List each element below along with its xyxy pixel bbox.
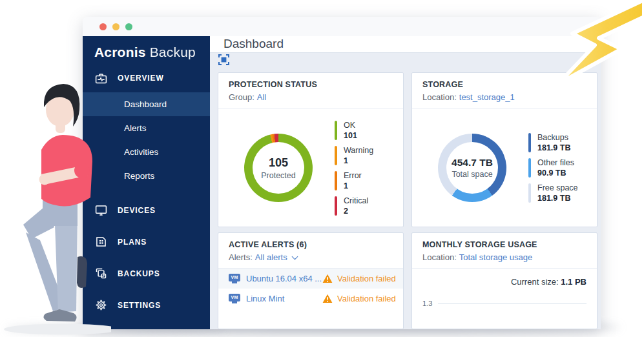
sidebar-item-label: PLANS <box>118 238 147 247</box>
filter-label: Location: <box>422 252 457 262</box>
legend-item-backups: Backups 181.9 TB <box>528 133 578 152</box>
sidebar-item-label: Alerts <box>124 123 147 133</box>
storage-donut-chart: 454.7 TB Total space <box>438 134 506 202</box>
group-filter-link[interactable]: All <box>257 92 266 102</box>
close-window-button[interactable] <box>99 23 107 30</box>
protection-legend: OK 101 Warning 1 <box>335 121 373 216</box>
logo-brand: Acronis <box>94 45 146 59</box>
sidebar-item-plans[interactable]: PLANS <box>83 226 210 258</box>
sidebar-item-dashboard[interactable]: Dashboard <box>83 92 210 116</box>
alert-machine-link[interactable]: Linux Mint <box>246 294 322 303</box>
storage-card: STORAGE Location: test_storage_1 454.7 T… <box>411 72 597 227</box>
browser-window: Acronis Backup OVERVIEW Dashboard Alerts <box>83 17 601 329</box>
vm-machine-icon: VM <box>229 294 240 304</box>
filter-label: Location: <box>422 92 457 102</box>
first-aid-kit-icon <box>94 72 108 85</box>
sidebar-item-alerts[interactable]: Alerts <box>83 116 210 140</box>
legend-item-other-files: Other files 90.9 TB <box>528 158 578 178</box>
sidebar-item-reports[interactable]: Reports <box>83 164 210 188</box>
sidebar-item-label: OVERVIEW <box>118 74 164 83</box>
sidebar-item-label: BACKUPS <box>118 269 160 278</box>
sidebar-item-label: Reports <box>124 171 154 181</box>
usage-location-link[interactable]: Total storage usage <box>459 252 532 262</box>
main-area: Dashboard PROTECTION STATUS <box>210 36 601 329</box>
page: Acronis Backup OVERVIEW Dashboard Alerts <box>0 0 644 337</box>
legend-item-warning: Warning 1 <box>335 146 373 165</box>
monitor-icon <box>94 203 108 217</box>
legend-item-free-space: Free space 181.9 TB <box>528 183 578 203</box>
sidebar-item-label: Activities <box>124 147 158 157</box>
vm-machine-icon: VM <box>229 274 240 284</box>
gear-icon <box>94 298 108 312</box>
protection-status-card: PROTECTION STATUS Group: All 105 Protect… <box>218 72 404 227</box>
backups-icon <box>94 267 108 280</box>
card-title: PROTECTION STATUS <box>229 80 393 89</box>
sidebar-item-label: DEVICES <box>118 206 156 215</box>
alert-row[interactable]: VM Linux Mint Validation failed <box>218 289 403 309</box>
y-axis-tick: 1.3 <box>422 300 432 307</box>
minimize-window-button[interactable] <box>112 23 119 30</box>
storage-legend: Backups 181.9 TB Other files 90.9 TB <box>528 133 578 203</box>
gridline <box>438 303 587 304</box>
sidebar: Acronis Backup OVERVIEW Dashboard Alerts <box>83 36 210 329</box>
acronis-backup-logo: Acronis Backup <box>83 36 210 64</box>
browser-titlebar <box>83 17 601 36</box>
card-title: STORAGE <box>422 80 587 89</box>
sidebar-item-settings[interactable]: SETTINGS <box>83 289 210 321</box>
current-size-value: 1.1 PB <box>561 277 587 287</box>
alerts-filter-link[interactable]: All alerts <box>255 252 287 262</box>
sidebar-item-overview[interactable]: OVERVIEW <box>83 64 210 92</box>
expand-widgets-icon[interactable] <box>218 54 229 65</box>
warning-icon <box>322 274 333 283</box>
total-space-value: 454.7 TB <box>452 157 493 168</box>
filter-label: Alerts: <box>229 252 253 262</box>
filter-label: Group: <box>229 92 254 102</box>
alert-status-text: Validation failed <box>337 294 396 303</box>
widgets-grid: PROTECTION STATUS Group: All 105 Protect… <box>210 66 601 329</box>
protected-count: 105 <box>269 156 288 170</box>
sidebar-item-label: Dashboard <box>124 99 167 109</box>
current-size-label: Current size: <box>511 277 559 287</box>
sidebar-item-activities[interactable]: Activities <box>83 140 210 164</box>
card-title: MONTHLY STORAGE USAGE <box>422 240 587 249</box>
zoom-window-button[interactable] <box>125 23 132 30</box>
active-alerts-card: ACTIVE ALERTS (6) Alerts: All alerts VM <box>218 232 404 329</box>
alert-row[interactable]: VM Ubuntu 16.04 x64 ... Validation faile… <box>218 269 403 289</box>
legend-item-ok: OK 101 <box>335 121 373 140</box>
chevron-down-icon[interactable] <box>291 253 298 260</box>
alert-machine-link[interactable]: Ubuntu 16.04 x64 ... <box>246 274 322 283</box>
alert-status-text: Validation failed <box>337 274 396 283</box>
sidebar-item-backups[interactable]: BACKUPS <box>83 258 210 289</box>
plans-icon <box>94 235 108 249</box>
storage-location-link[interactable]: test_storage_1 <box>459 92 515 102</box>
legend-item-error: Error 1 <box>335 171 373 190</box>
monthly-storage-usage-card: MONTHLY STORAGE USAGE Location: Total st… <box>411 232 597 329</box>
warning-icon <box>322 294 333 303</box>
card-title: ACTIVE ALERTS (6) <box>229 240 393 249</box>
sidebar-item-devices[interactable]: DEVICES <box>83 194 210 226</box>
page-title: Dashboard <box>223 37 284 51</box>
monthly-usage-chart: Current size: 1.1 PB 1.3 <box>412 269 597 307</box>
sidebar-item-label: SETTINGS <box>118 301 161 310</box>
dashboard-toolbar <box>210 52 601 66</box>
legend-item-critical: Critical 2 <box>335 196 373 216</box>
protection-donut-chart: 105 Protected <box>244 134 313 202</box>
page-header: Dashboard <box>210 36 601 52</box>
